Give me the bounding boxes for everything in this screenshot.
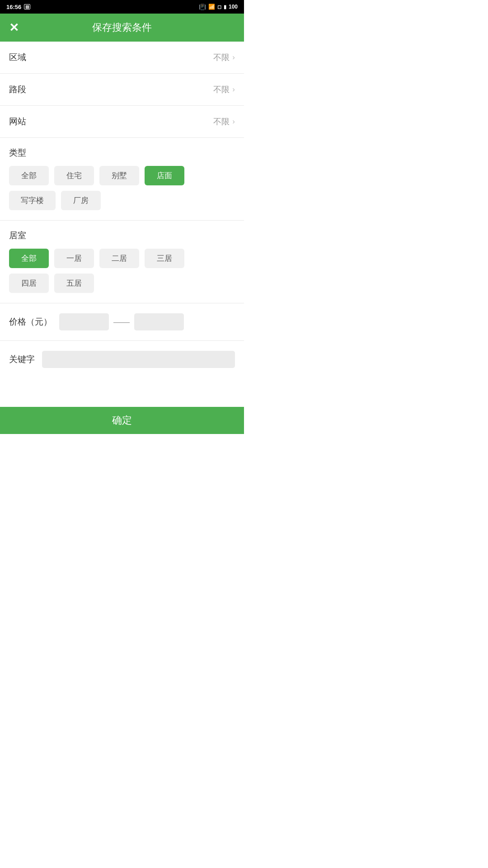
type-section: 类型 全部 住宅 别墅 店面 写字楼 厂房 [0, 138, 244, 221]
type-btn-villa[interactable]: 别墅 [99, 166, 139, 185]
region-label: 区域 [9, 52, 26, 63]
type-tag-group-2: 写字楼 厂房 [9, 191, 235, 210]
region-row[interactable]: 区域 不限 › [0, 42, 244, 74]
chevron-right-icon: › [232, 53, 235, 62]
room-btn-all[interactable]: 全部 [9, 249, 49, 268]
type-btn-all[interactable]: 全部 [9, 166, 49, 185]
status-left: 16:56 ▤ [6, 4, 30, 10]
room-tag-group-2: 四居 五居 [9, 274, 235, 293]
type-btn-house[interactable]: 住宅 [54, 166, 94, 185]
confirm-footer[interactable]: 确定 [0, 407, 244, 434]
keyword-input[interactable] [42, 351, 235, 368]
content-area: 区域 不限 › 路段 不限 › 网站 不限 › 类型 全部 住宅 别墅 店面 写… [0, 42, 244, 407]
room-btn-three[interactable]: 三居 [145, 249, 184, 268]
road-label: 路段 [9, 84, 26, 95]
keyword-section: 关键字 [0, 341, 244, 378]
room-btn-two[interactable]: 二居 [99, 249, 139, 268]
website-value-group: 不限 › [213, 116, 235, 127]
vibrate-icon: 📳 [199, 4, 206, 10]
type-btn-shop[interactable]: 店面 [145, 166, 184, 185]
price-max-input[interactable] [134, 313, 184, 330]
price-dash: —— [113, 317, 130, 327]
price-label: 价格（元） [9, 316, 52, 328]
website-row[interactable]: 网站 不限 › [0, 106, 244, 138]
battery-level: 100 [229, 4, 238, 10]
battery-icon: ▮ [224, 4, 226, 10]
type-tag-group: 全部 住宅 别墅 店面 [9, 166, 235, 185]
room-btn-four[interactable]: 四居 [9, 274, 49, 293]
photo-icon: ▤ [24, 4, 30, 9]
room-section: 居室 全部 一居 二居 三居 四居 五居 [0, 221, 244, 303]
wifi-icon: 📶 [208, 4, 215, 10]
room-btn-one[interactable]: 一居 [54, 249, 94, 268]
type-btn-factory[interactable]: 厂房 [61, 191, 101, 210]
road-value-group: 不限 › [213, 84, 235, 95]
type-btn-office[interactable]: 写字楼 [9, 191, 56, 210]
website-value: 不限 [213, 116, 230, 127]
status-bar: 16:56 ▤ 📳 📶 ◻ ▮ 100 [0, 0, 244, 14]
room-tag-group: 全部 一居 二居 三居 [9, 249, 235, 268]
road-row[interactable]: 路段 不限 › [0, 74, 244, 106]
room-section-title: 居室 [9, 230, 235, 241]
room-btn-five[interactable]: 五居 [54, 274, 94, 293]
chevron-right-icon: › [232, 85, 235, 94]
region-value: 不限 [213, 52, 230, 63]
price-section: 价格（元） —— [0, 303, 244, 341]
header: ✕ 保存搜索条件 [0, 14, 244, 42]
price-min-input[interactable] [59, 313, 109, 330]
sim-icon: ◻ [217, 4, 221, 10]
chevron-right-icon: › [232, 117, 235, 126]
keyword-label: 关键字 [9, 354, 35, 365]
website-label: 网站 [9, 116, 26, 127]
status-right: 📳 📶 ◻ ▮ 100 [199, 4, 238, 10]
confirm-button[interactable]: 确定 [112, 414, 132, 427]
close-button[interactable]: ✕ [9, 22, 19, 33]
header-title: 保存搜索条件 [92, 21, 152, 34]
time-display: 16:56 [6, 4, 21, 10]
type-section-title: 类型 [9, 147, 235, 159]
road-value: 不限 [213, 84, 230, 95]
region-value-group: 不限 › [213, 52, 235, 63]
